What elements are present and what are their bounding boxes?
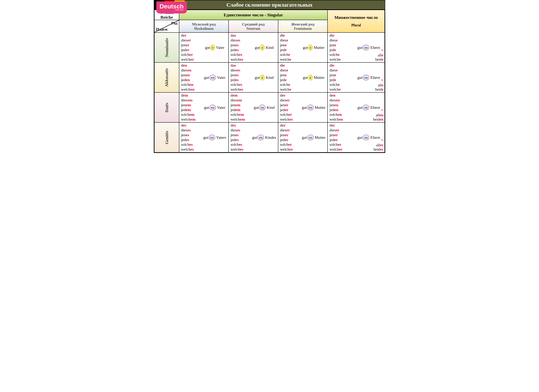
determiner: solche [280, 82, 301, 87]
determiner-list: desdiesesjenesjedessolcheswelches [231, 123, 251, 152]
determiner: jenen [181, 73, 202, 78]
determiner: diese [280, 38, 301, 43]
page: Deutsch ONLINE Слабое склонение прилагат… [154, 0, 385, 153]
determiner: jene [330, 73, 354, 78]
determiner-list: dendiesenjenenjedensolchenwelchen [330, 93, 354, 122]
ending-bubble: e [308, 75, 313, 80]
determiner-list: diediesejenejedesolchewelche [330, 63, 354, 92]
determiner: jeder [330, 137, 354, 142]
case-label-nom: Nominativ [154, 33, 179, 62]
determiner: die [330, 63, 354, 68]
ending-bubble: en [209, 75, 216, 80]
determiner: jeder [280, 108, 301, 112]
determiner: solchem [181, 112, 202, 117]
adjective-phrase: gutenKind [251, 105, 277, 110]
case-label-dat: Dativ [154, 92, 179, 123]
determiner: solcher [280, 142, 301, 147]
determiner: jenen [330, 103, 354, 108]
determiner: welchem [231, 117, 251, 122]
plus-block: +allebeide [375, 47, 383, 61]
determiner: jenes [231, 133, 251, 137]
ending-bubble: en [363, 45, 369, 50]
determiner-list: demdiesemjenemjedemsolchemwelchem [231, 93, 251, 122]
determiner: das [231, 33, 251, 38]
determiner-list: dendiesenjenenjedensolchenwelchen [181, 63, 202, 92]
row-dat: Dativdemdiesemjenemjedemsolchemwelchemgu… [154, 92, 385, 123]
determiner: dieses [231, 68, 251, 73]
determiner: jene [280, 43, 301, 47]
determiner: dem [181, 93, 202, 98]
cell-dat-neut: demdiesemjenemjedemsolchemwelchemgutenKi… [229, 92, 278, 123]
determiner: die [280, 33, 301, 38]
determiner: jenem [231, 103, 251, 108]
determiner-list: demdiesemjenemjedemsolchemwelchem [181, 93, 202, 122]
adjective-phrase: gutenVater [202, 75, 227, 80]
determiner: jeden [181, 78, 202, 82]
brand-logo: Deutsch ONLINE [156, 1, 187, 14]
determiner: welche [330, 57, 354, 62]
cell-nom-plur: diediesejenejedesolchewelchegutenEltern+… [327, 33, 385, 62]
declension-table: © Anna Reiche Единственное число - Singu… [154, 10, 385, 153]
determiner: welche [330, 87, 354, 92]
determiner: jeder [181, 47, 202, 52]
adjective-phrase: gutenMutter [301, 135, 326, 140]
row-akk: Akkusativdendiesenjenenjedensolchenwelch… [154, 62, 385, 92]
determiner: dieser [280, 98, 301, 103]
row-nom: Nominativderdieserjenerjedersolcherwelch… [154, 33, 385, 62]
determiner: welcher [280, 117, 301, 122]
determiner: solcher [330, 142, 354, 147]
determiner: diese [330, 68, 354, 73]
ending-bubble: en [307, 105, 314, 110]
adjective-phrase: guteKind [251, 45, 277, 50]
determiner: jedes [231, 137, 251, 142]
determiner: jenes [231, 73, 251, 78]
determiner: jeder [280, 137, 301, 142]
extra-determiner: alle [375, 53, 383, 57]
extra-determiner: alle [375, 83, 383, 87]
determiner: solchen [181, 82, 202, 87]
determiner: jenes [181, 133, 202, 137]
determiner: der [280, 123, 301, 128]
determiner: der [181, 33, 202, 38]
cell-gen-plur: derdieserjenerjedersolcherwelchergutenEl… [327, 123, 385, 152]
determiner: die [280, 63, 301, 68]
determiner: jene [280, 73, 301, 78]
case-label-gen: Genitiv [154, 123, 179, 152]
determiner-list: dasdiesesjenesjedessolcheswelches [231, 63, 251, 92]
ending-bubble: en [363, 75, 369, 80]
determiner: jenes [231, 43, 251, 47]
adjective-phrase: guteMutter [301, 45, 326, 50]
plus-block: +allebeide [375, 78, 383, 92]
plus-block: +allerbeider [374, 137, 383, 151]
determiner: den [181, 63, 202, 68]
determiner: dieses [231, 128, 251, 133]
determiner: solchen [330, 112, 354, 117]
determiner: jener [280, 133, 301, 137]
ending-bubble: e [308, 45, 313, 50]
determiner: des [181, 123, 202, 128]
row-gen: Genitivdesdiesesjenesjedessolcheswelches… [154, 123, 385, 152]
determiner: solches [231, 82, 251, 87]
determiner: welcher [181, 57, 202, 62]
extra-determiner: beide [375, 87, 383, 92]
ending-bubble: en [209, 105, 216, 110]
corner-labels: Род Падеж [154, 20, 179, 33]
determiner: der [330, 123, 354, 128]
determiner: solches [181, 142, 202, 147]
determiner: solches [231, 52, 251, 57]
ending-bubble: en [363, 135, 369, 140]
adjective-phrase: gutenVater [202, 105, 227, 110]
determiner: des [231, 123, 251, 128]
determiner: jedes [231, 78, 251, 82]
determiner: diesen [181, 68, 202, 73]
determiner: welches [231, 87, 251, 92]
determiner-list: diediesejenejedesolchewelche [330, 33, 354, 62]
determiner: jedem [181, 108, 202, 112]
determiner: jenem [181, 103, 202, 108]
determiner: solcher [181, 52, 202, 57]
header-neut: Средний род Neutrum [229, 20, 278, 33]
determiner: diese [280, 68, 301, 73]
determiner-list: derdieserjenerjedersolcherwelcher [280, 93, 301, 122]
determiner-list: derdieserjenerjedersolcherwelcher [280, 123, 301, 152]
cell-gen-masc: desdiesesjenesjedessolcheswelchesgutenVa… [179, 123, 229, 152]
